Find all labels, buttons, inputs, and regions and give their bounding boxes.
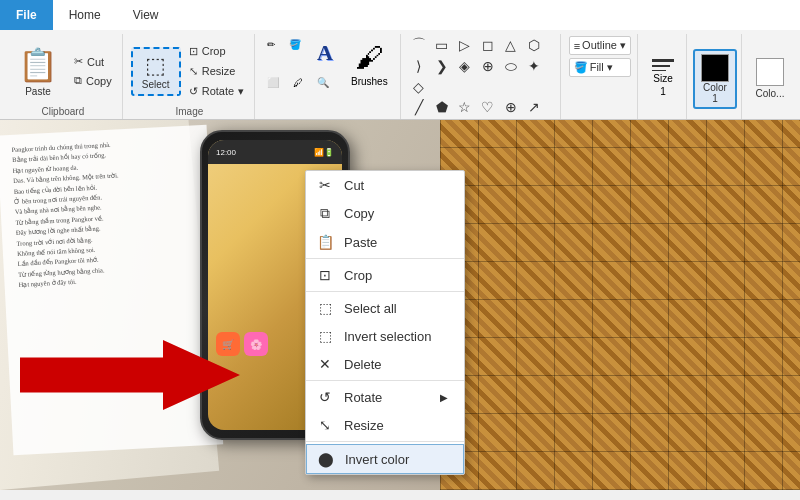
pencil-icon: ✏ xyxy=(267,39,275,50)
menu-item-rotate[interactable]: ↺Rotate▶ xyxy=(306,383,464,411)
ribbon-toolbar: 📋 Paste ✂ Cut ⧉ Copy Clipboard ⬚ Select xyxy=(0,30,800,120)
resize-icon: ⤡ xyxy=(316,417,334,433)
copy-button[interactable]: ⧉ Copy xyxy=(70,72,116,89)
clipboard-group: 📋 Paste ✂ Cut ⧉ Copy Clipboard xyxy=(4,34,123,119)
shape-icon[interactable]: ↗ xyxy=(524,98,544,116)
pencil-button[interactable]: ✏ xyxy=(263,36,279,70)
menu-divider xyxy=(306,258,464,259)
select-all-label: Select all xyxy=(344,301,397,316)
copy-icon: ⧉ xyxy=(74,74,82,87)
outline-icon: ≡ xyxy=(574,40,580,52)
invert-color-icon: ⬤ xyxy=(317,451,335,467)
delete-label: Delete xyxy=(344,357,382,372)
brushes-button[interactable]: 🖌 Brushes xyxy=(345,37,394,91)
shape-icon[interactable]: ☆ xyxy=(455,98,475,116)
rotate-icon: ↺ xyxy=(316,389,334,405)
cut-label: Cut xyxy=(344,178,364,193)
shape-icon[interactable]: ▷ xyxy=(455,36,475,54)
shape-icon[interactable]: ▭ xyxy=(432,36,452,54)
color1-swatch xyxy=(701,54,729,82)
shape-icon[interactable]: △ xyxy=(501,36,521,54)
cut-copy-buttons: ✂ Cut ⧉ Copy xyxy=(70,53,116,89)
shape-icon[interactable]: ⬡ xyxy=(524,36,544,54)
paste-button[interactable]: 📋 Paste xyxy=(10,44,66,99)
outline-fill-group: ≡ Outline ▾ 🪣 Fill ▾ xyxy=(563,34,638,119)
shape-icon[interactable]: ⊕ xyxy=(478,57,498,75)
paste-icon: 📋 xyxy=(316,234,334,250)
fill-bucket-icon: 🪣 xyxy=(574,61,588,74)
shape-icon[interactable]: ⬟ xyxy=(432,98,452,116)
tools-group: ✏ 🪣 A ⬜ 🖊 xyxy=(257,34,401,119)
shapes-row-1: ⌒▭▷◻△⬡⟩❯◈⊕⬭✦◇ xyxy=(409,36,554,96)
image-label: Image xyxy=(131,106,248,119)
menu-item-invert-selection[interactable]: ⬚Invert selection xyxy=(306,322,464,350)
color1-group: Color 1 xyxy=(689,34,742,119)
eraser-button[interactable]: ⬜ xyxy=(263,74,283,91)
cut-icon: ✂ xyxy=(316,177,334,193)
color2-swatch xyxy=(756,58,784,86)
color2-button[interactable]: Colo... xyxy=(748,55,792,102)
shape-icon[interactable]: ♡ xyxy=(478,98,498,116)
menu-divider xyxy=(306,291,464,292)
color1-button[interactable]: Color 1 xyxy=(693,49,737,109)
invert-color-label: Invert color xyxy=(345,452,409,467)
shape-icon[interactable]: ⟩ xyxy=(409,57,429,75)
shape-icon[interactable]: ◇ xyxy=(409,78,429,96)
delete-icon: ✕ xyxy=(316,356,334,372)
rotate-button[interactable]: ↺ Rotate ▾ xyxy=(185,83,248,100)
tab-file[interactable]: File xyxy=(0,0,53,30)
zoom-icon: 🔍 xyxy=(317,77,329,88)
tab-bar: File Home View xyxy=(0,0,800,30)
copy-icon: ⧉ xyxy=(316,205,334,222)
text-icon: A xyxy=(317,40,333,66)
select-button[interactable]: ⬚ Select xyxy=(131,47,181,96)
image-sub-buttons: ⊡ Crop ⤡ Resize ↺ Rotate ▾ xyxy=(185,43,248,100)
menu-item-paste[interactable]: 📋Paste xyxy=(306,228,464,256)
canvas-area[interactable]: Pangkor trinh du chúng thú trong nhà. Bằ… xyxy=(0,120,800,490)
clipboard-label: Clipboard xyxy=(10,106,116,119)
submenu-arrow-icon: ▶ xyxy=(440,392,448,403)
menu-divider xyxy=(306,380,464,381)
menu-item-crop[interactable]: ⊡Crop xyxy=(306,261,464,289)
size-icon xyxy=(652,59,674,71)
color-picker-button[interactable]: 🖊 xyxy=(289,74,307,91)
size-group: Size 1 xyxy=(640,34,687,119)
select-icon: ⬚ xyxy=(145,53,166,79)
shape-icon[interactable]: ◻ xyxy=(478,36,498,54)
select-all-icon: ⬚ xyxy=(316,300,334,316)
shape-icon[interactable]: ⊕ xyxy=(501,98,521,116)
shape-icon[interactable]: ╱ xyxy=(409,98,429,116)
menu-item-delete[interactable]: ✕Delete xyxy=(306,350,464,378)
outline-dropdown[interactable]: ≡ Outline ▾ xyxy=(569,36,631,55)
fill-dropdown[interactable]: 🪣 Fill ▾ xyxy=(569,58,631,77)
fill-button[interactable]: 🪣 xyxy=(285,36,305,70)
cut-button[interactable]: ✂ Cut xyxy=(70,53,116,70)
invert-selection-icon: ⬚ xyxy=(316,328,334,344)
tab-view[interactable]: View xyxy=(117,0,175,30)
image-group: ⬚ Select ⊡ Crop ⤡ Resize ↺ Rotate ▾ Im xyxy=(125,34,255,119)
menu-item-invert-color[interactable]: ⬤Invert color xyxy=(306,444,464,474)
text-button[interactable]: A xyxy=(311,36,339,70)
menu-item-cut[interactable]: ✂Cut xyxy=(306,171,464,199)
tab-home[interactable]: Home xyxy=(53,0,117,30)
zoom-button[interactable]: 🔍 xyxy=(313,74,333,91)
shapes-group: ⌒▭▷◻△⬡⟩❯◈⊕⬭✦◇ ╱⬟☆♡⊕↗⤴⬣☁✦⟦❮⬭ Shapes xyxy=(403,34,561,119)
resize-button[interactable]: ⤡ Resize xyxy=(185,63,248,80)
shape-icon[interactable]: ✦ xyxy=(524,57,544,75)
fill-icon: 🪣 xyxy=(289,39,301,50)
crop-label: Crop xyxy=(344,268,372,283)
size-button[interactable]: Size 1 xyxy=(644,56,682,100)
shape-icon[interactable]: ⬭ xyxy=(501,57,521,75)
menu-item-select-all[interactable]: ⬚Select all xyxy=(306,294,464,322)
menu-item-resize[interactable]: ⤡Resize xyxy=(306,411,464,439)
shape-icon[interactable]: ⌒ xyxy=(409,36,429,54)
invert-selection-label: Invert selection xyxy=(344,329,431,344)
right-group-label xyxy=(569,77,631,79)
crop-button[interactable]: ⊡ Crop xyxy=(185,43,248,60)
shape-icon[interactable]: ◈ xyxy=(455,57,475,75)
cut-icon: ✂ xyxy=(74,55,83,68)
color2-group: Colo... xyxy=(744,34,796,119)
shape-icon[interactable]: ❯ xyxy=(432,57,452,75)
paste-icon: 📋 xyxy=(18,46,58,84)
menu-item-copy[interactable]: ⧉Copy xyxy=(306,199,464,228)
